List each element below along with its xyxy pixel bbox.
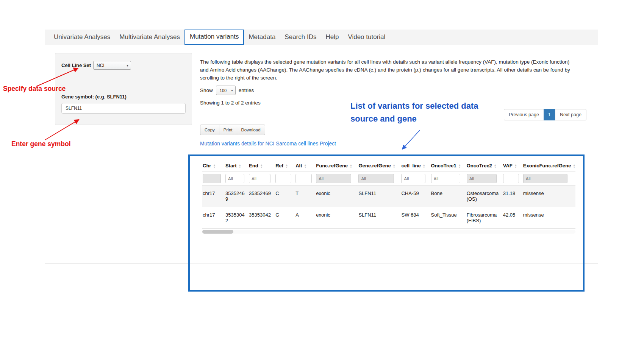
sort-icon: ▲▼ (494, 164, 497, 169)
table-cell: T (295, 186, 315, 207)
table-cell: 42.05 (502, 207, 522, 229)
filter-vaf[interactable] (503, 174, 519, 183)
entries-label: entries (239, 87, 254, 93)
table-cell: chr17 (202, 186, 225, 207)
next-page-button[interactable]: Next page (555, 109, 586, 120)
table-cell: 35353042 (248, 207, 275, 229)
controls-panel: Cell Line Set NCI ▾ Gene symbol: (e.g. S… (55, 53, 192, 125)
filter-start[interactable] (225, 174, 244, 183)
sort-icon: ▲▼ (350, 164, 352, 169)
table-cell: missense (522, 207, 575, 229)
filter-gene-refgene[interactable] (358, 174, 394, 183)
gene-symbol-input[interactable] (61, 103, 186, 114)
table-cell: Fibrosarcoma (FIBS) (466, 207, 502, 229)
table-cell: Soft_Tissue (430, 207, 466, 229)
table-header-row: Chr▲▼ Start▲▼ End▲▼ Ref▲▼ Alt▲▼ Func.ref… (202, 159, 575, 172)
filter-oncotree1[interactable] (431, 174, 460, 183)
filter-cell-line[interactable] (401, 174, 425, 183)
table-cell: CHA-59 (400, 186, 430, 207)
table-filter-row (202, 172, 575, 186)
table-cell: SLFN11 (358, 186, 400, 207)
col-header-oncotree2[interactable]: OncoTree2▲▼ (466, 159, 502, 172)
scrollbar-thumb[interactable] (202, 230, 233, 234)
showing-entries-text: Showing 1 to 2 of 2 entries (200, 100, 261, 106)
divider (190, 263, 583, 264)
table-cell: missense (522, 186, 575, 207)
col-header-vaf[interactable]: VAF▲▼ (502, 159, 522, 172)
table-cell: A (295, 207, 315, 229)
current-page-button[interactable]: 1 (544, 109, 555, 120)
app-window: Univariate Analyses Multivariate Analyse… (0, 0, 644, 362)
filter-oncotree2[interactable] (467, 174, 497, 183)
annotation-enter-gene-symbol: Enter gene symbol (11, 140, 71, 148)
col-header-func-refgene[interactable]: Func.refGene▲▼ (315, 159, 358, 172)
table-cell: SW 684 (400, 207, 430, 229)
cell-line-set-label: Cell Line Set (61, 62, 91, 68)
sort-icon: ▲▼ (213, 164, 216, 169)
sort-icon: ▲▼ (458, 164, 461, 169)
copy-button[interactable]: Copy (200, 125, 219, 135)
tab-univariate-analyses[interactable]: Univariate Analyses (49, 30, 115, 45)
cell-line-set-value: NCI (97, 63, 105, 68)
filter-exonicfunc-refgene[interactable] (523, 174, 567, 183)
tab-multivariate-analyses[interactable]: Multivariate Analyses (115, 30, 184, 45)
filter-ref[interactable] (275, 174, 291, 183)
col-header-chr[interactable]: Chr▲▼ (202, 159, 225, 172)
horizontal-scrollbar[interactable] (202, 230, 575, 234)
sort-icon: ▲▼ (285, 164, 288, 169)
description-text: The following table displays the selecte… (200, 58, 576, 82)
cell-line-set-select[interactable]: NCI ▾ (93, 61, 131, 70)
col-header-ref[interactable]: Ref▲▼ (275, 159, 295, 172)
table-cell: 31.18 (502, 186, 522, 207)
tab-mutation-variants[interactable]: Mutation variants (184, 30, 244, 45)
filter-end[interactable] (249, 174, 270, 183)
col-header-start[interactable]: Start▲▼ (225, 159, 248, 172)
gene-symbol-label: Gene symbol: (e.g. SLFN11) (61, 94, 186, 100)
tab-video-tutorial[interactable]: Video tutorial (343, 30, 390, 45)
col-header-end[interactable]: End▲▼ (248, 159, 275, 172)
previous-page-button[interactable]: Previous page (504, 109, 544, 120)
col-header-alt[interactable]: Alt▲▼ (295, 159, 315, 172)
annotation-specify-data-source: Specify data source (3, 85, 66, 93)
filter-chr[interactable] (203, 174, 221, 183)
entries-count-select[interactable]: 100 ▾ (216, 86, 236, 95)
table-cell: 35352469 (248, 186, 275, 207)
sort-icon: ▲▼ (393, 164, 395, 169)
filter-alt[interactable] (295, 174, 312, 183)
tab-help[interactable]: Help (321, 30, 343, 45)
arrow-to-variants-table (397, 128, 424, 153)
table-cell: Bone (430, 186, 466, 207)
print-button[interactable]: Print (219, 125, 237, 135)
col-header-gene-refgene[interactable]: Gene.refGene▲▼ (358, 159, 400, 172)
table-cell: chr17 (202, 207, 225, 229)
variants-table-container: Chr▲▼ Start▲▼ End▲▼ Ref▲▼ Alt▲▼ Func.ref… (188, 154, 585, 292)
table-cell: exonic (315, 186, 358, 207)
sort-icon: ▲▼ (573, 164, 575, 169)
sort-icon: ▲▼ (260, 164, 263, 169)
pagination: Previous page 1 Next page (504, 109, 586, 120)
show-entries-label: Show (200, 87, 213, 93)
col-header-oncotree1[interactable]: OncoTree1▲▼ (430, 159, 466, 172)
col-header-cell-line[interactable]: cell_line▲▼ (400, 159, 430, 172)
table-cell: C (275, 186, 295, 207)
sort-icon: ▲▼ (423, 164, 425, 169)
filter-func-refgene[interactable] (316, 174, 351, 183)
col-header-exonicfunc-refgene[interactable]: ExonicFunc.refGene▲▼ (522, 159, 575, 172)
tab-search-ids[interactable]: Search IDs (280, 30, 321, 45)
table-cell: Osteosarcoma (OS) (466, 186, 502, 207)
chevron-down-icon: ▾ (231, 89, 233, 92)
tab-bar: Univariate Analyses Multivariate Analyse… (45, 30, 598, 45)
download-button[interactable]: Download (237, 125, 265, 135)
table-row: chr17 35353042 35353042 G A exonic SLFN1… (202, 207, 575, 229)
export-button-group: Copy Print Download (200, 125, 265, 135)
table-cell: exonic (315, 207, 358, 229)
table-cell: 35353042 (225, 207, 248, 229)
table-title-link[interactable]: Mutation variants details for NCI Sarcom… (200, 141, 336, 147)
show-entries-control: Show 100 ▾ entries (200, 86, 254, 95)
table-cell: 35352469 (225, 186, 248, 207)
annotation-list-of-variants: List of variants for selected data sourc… (350, 100, 502, 125)
sort-icon: ▲▼ (304, 164, 307, 169)
entries-count-value: 100 (220, 88, 227, 93)
tab-metadata[interactable]: Metadata (244, 30, 280, 45)
table-row: chr17 35352469 35352469 C T exonic SLFN1… (202, 186, 575, 207)
